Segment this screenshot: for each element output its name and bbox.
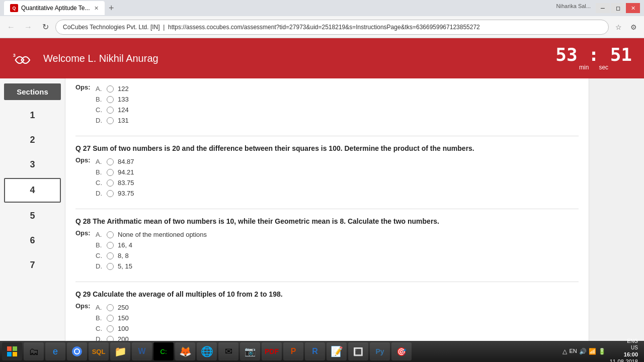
radio-b-prev[interactable] — [107, 96, 114, 103]
options-list-q28: A. None of the mentioned options B. 16, … — [96, 229, 579, 272]
question-text-q27: Sum of two numbers is 20 and the differe… — [93, 144, 474, 152]
taskbar-word[interactable]: W — [132, 342, 152, 360]
tab-favicon: Q — [10, 4, 18, 12]
back-button[interactable]: ← — [4, 20, 18, 34]
taskbar-app7[interactable]: ✉ — [218, 342, 238, 360]
taskbar-cmd[interactable]: C: — [153, 342, 174, 360]
forward-button[interactable]: → — [21, 20, 35, 34]
option-text: 83.75 — [118, 179, 134, 187]
cocubes-logo: 3 — [12, 48, 37, 68]
ops-label-q28: Ops: — [75, 229, 96, 237]
options-list-q29: A. 250 B. 150 C. 100 — [96, 302, 579, 341]
list-item: D. 93.75 — [96, 188, 579, 199]
option-text: 122 — [118, 85, 129, 93]
sidebar-item-1[interactable]: 1 — [4, 104, 61, 127]
sidebar-item-7[interactable]: 7 — [4, 254, 61, 277]
questions-area[interactable]: Ops: A. 122 B. 133 C. — [65, 78, 589, 341]
list-item: B. 16, 4 — [96, 240, 579, 250]
taskbar-ie[interactable]: e — [45, 342, 65, 360]
question-block-q27: Q 27 Sum of two numbers is 20 and the di… — [75, 136, 579, 209]
close-button[interactable]: ✕ — [626, 3, 640, 13]
taskbar-sql[interactable]: SQL — [89, 342, 109, 360]
prev-options-list: A. 122 B. 133 C. 124 — [96, 83, 579, 126]
radio-d-prev[interactable] — [107, 117, 114, 124]
refresh-button[interactable]: ↻ — [38, 20, 52, 34]
ops-label-q27: Ops: — [75, 156, 96, 164]
radio-q27-a[interactable] — [107, 158, 114, 165]
taskbar-ppt[interactable]: P — [283, 342, 303, 360]
sidebar-item-6[interactable]: 6 — [4, 229, 61, 252]
list-item: A. 122 — [96, 83, 579, 94]
app-header: 3 Welcome L. Nikhil Anurag 53 : 51 min s… — [0, 38, 644, 78]
min-label: min — [579, 64, 589, 71]
option-letter: A. — [96, 85, 107, 93]
clock-lang: ENG — [610, 338, 638, 344]
taskbar-r[interactable]: R — [305, 342, 325, 360]
taskbar: 🗂 e SQL 📁 W C: 🦊 🌐 ✉ 📷 PDF P R 📝 🔳 Py 🎯 … — [0, 341, 644, 362]
tray-icon-keyboard: EN — [569, 348, 577, 355]
radio-q28-c[interactable] — [107, 252, 114, 259]
option-letter: B. — [96, 241, 107, 249]
question-block-q29: Q 29 Calculate the average of all multip… — [75, 282, 579, 341]
option-letter: D. — [96, 190, 107, 197]
timer-separator: : — [588, 44, 610, 65]
maximize-button[interactable]: ◻ — [611, 3, 625, 13]
radio-q29-a[interactable] — [107, 304, 114, 311]
option-text: 8, 8 — [118, 252, 129, 259]
option-letter: C. — [96, 252, 107, 259]
extensions-button[interactable]: ⚙ — [627, 21, 640, 34]
list-item: B. 150 — [96, 313, 579, 323]
taskbar-files[interactable]: 🗂 — [24, 342, 44, 360]
taskbar-firefox[interactable]: 🦊 — [175, 342, 195, 360]
timer-minutes: 53 — [555, 44, 577, 65]
svg-rect-2 — [13, 346, 17, 351]
radio-q27-b[interactable] — [107, 169, 114, 176]
browser-tab[interactable]: Q Quantitative Aptitude Te... ✕ — [4, 1, 105, 15]
radio-q28-b[interactable] — [107, 242, 114, 249]
radio-q28-a[interactable] — [107, 231, 114, 238]
taskbar-app6[interactable]: 🌐 — [197, 342, 217, 360]
taskbar-app11[interactable]: 🎯 — [391, 342, 412, 360]
taskbar-app9[interactable]: 📝 — [327, 342, 347, 360]
browser-toolbar: ← → ↻ ☆ ⚙ — [0, 16, 644, 38]
radio-q28-d[interactable] — [107, 263, 114, 270]
taskbar-chrome[interactable] — [67, 342, 87, 360]
sidebar-item-4[interactable]: 4 — [4, 178, 61, 203]
tray-icon-1: △ — [562, 348, 567, 355]
option-letter: B. — [96, 314, 107, 322]
radio-q27-c[interactable] — [107, 179, 114, 187]
option-text: 150 — [118, 314, 129, 322]
option-letter: C. — [96, 106, 107, 114]
new-tab-button[interactable]: + — [107, 3, 116, 14]
option-letter: B. — [96, 96, 107, 103]
radio-q29-d[interactable] — [107, 336, 114, 341]
radio-q29-b[interactable] — [107, 315, 114, 322]
taskbar-python[interactable]: Py — [370, 342, 390, 360]
sidebar-item-5[interactable]: 5 — [4, 205, 61, 227]
ops-row-q28: Ops: A. None of the mentioned options B.… — [75, 229, 579, 272]
minimize-button[interactable]: ─ — [596, 3, 610, 13]
bookmark-button[interactable]: ☆ — [612, 21, 625, 34]
svg-text:3: 3 — [13, 53, 16, 58]
option-letter: A. — [96, 231, 107, 238]
radio-q27-d[interactable] — [107, 190, 114, 197]
user-profile-label: Niharika Sal... — [556, 3, 591, 13]
radio-q29-c[interactable] — [107, 325, 114, 332]
taskbar-pdf[interactable]: PDF — [262, 342, 282, 360]
tray-icon-sound: 🔊 — [579, 348, 587, 355]
taskbar-clock[interactable]: ENG US 16:00 11-08-2018 — [610, 338, 638, 362]
taskbar-folder[interactable]: 📁 — [110, 342, 130, 360]
radio-a-prev[interactable] — [107, 85, 114, 93]
question-number-q27: Q 27 — [75, 144, 91, 152]
taskbar-app8[interactable]: 📷 — [240, 342, 260, 360]
sidebar-item-3[interactable]: 3 — [4, 153, 61, 176]
tab-close-button[interactable]: ✕ — [94, 5, 99, 12]
svg-rect-1 — [7, 346, 12, 351]
ops-row-q27: Ops: A. 84.87 B. 94.21 C — [75, 156, 579, 199]
taskbar-app10[interactable]: 🔳 — [348, 342, 368, 360]
radio-c-prev[interactable] — [107, 107, 114, 114]
start-button[interactable] — [2, 342, 22, 360]
sidebar-item-2[interactable]: 2 — [4, 129, 61, 151]
address-bar[interactable] — [55, 20, 609, 35]
option-text: 131 — [118, 117, 129, 124]
